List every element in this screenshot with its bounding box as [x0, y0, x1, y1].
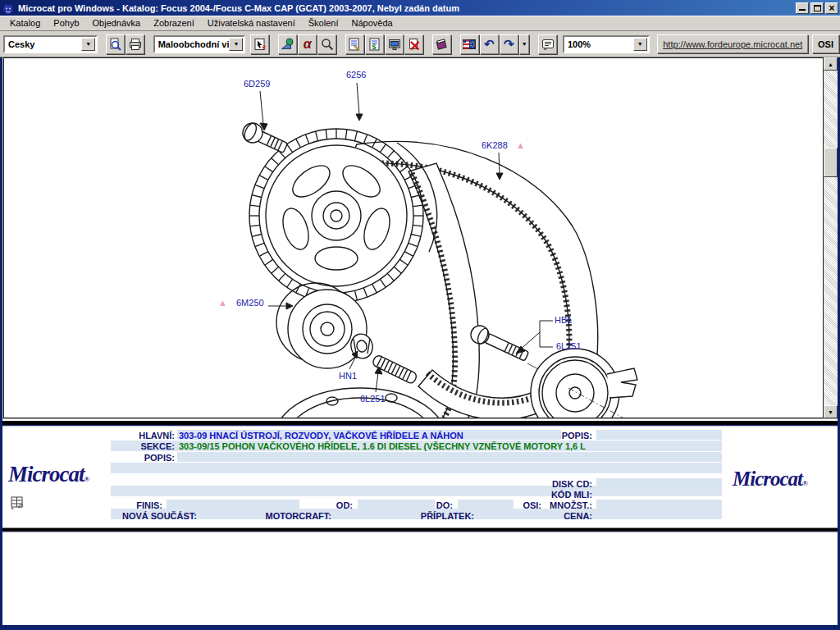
title-bar: Microcat pro Windows - Katalog: Focus 20… [0, 0, 840, 16]
region-flags-button[interactable] [460, 34, 479, 54]
close-icon: × [829, 3, 834, 13]
zoom-combobox[interactable]: 100% ▼ [563, 35, 650, 53]
part-label-6k288[interactable]: 6K288 [482, 140, 508, 150]
undo-icon: ↶ [484, 38, 495, 50]
menu-uzivatelska-nastaveni[interactable]: Uživatelská nastavení [201, 16, 302, 30]
mnozst-field [596, 500, 722, 509]
motorcraft-label: MOTORCRAFT: [246, 511, 331, 521]
part-label-hn1[interactable]: HN1 [339, 371, 357, 381]
app-cat-icon[interactable] [2, 2, 15, 15]
parts-image-button[interactable] [278, 34, 297, 54]
popis-a-label: POPIS: [525, 431, 592, 441]
svg-text:$: $ [372, 42, 376, 50]
part-label-6256[interactable]: 6256 [346, 70, 366, 80]
print-preview-button[interactable] [106, 34, 125, 54]
menu-bar: Katalog Pohyb Objednávka Zobrazení Uživa… [0, 16, 840, 31]
toolbar: Cesky ▼ Maloobchodní vi ▼ [0, 31, 840, 57]
price-view-combobox[interactable]: Maloobchodní vi ▼ [153, 35, 246, 53]
language-value: Cesky [5, 39, 81, 49]
print-button[interactable] [126, 34, 144, 54]
finis-label: FINIS: [90, 500, 162, 510]
sekce-value: 303-09/15 POHON VAČKOVÉHO HŘÍDELE, 1.6 D… [179, 441, 586, 451]
arrow-up-icon: ▲ [828, 62, 833, 67]
disk-cd-field [596, 478, 722, 488]
chevron-down-icon[interactable]: ▼ [633, 38, 647, 51]
hlavni-label: HLAVNÍ: [98, 431, 175, 441]
kod-mli-label: KÓD MLI: [525, 490, 592, 500]
priplatek-label: PŘÍPLATEK: [402, 511, 474, 521]
chevron-down-icon[interactable]: ▼ [81, 38, 95, 51]
parts-image-icon [281, 38, 294, 51]
undo-button[interactable]: ↶ [480, 34, 499, 54]
chevron-down-icon[interactable]: ▼ [229, 38, 243, 51]
hotspot-pointer-button[interactable] [250, 34, 269, 54]
menu-zobrazeni[interactable]: Zobrazení [147, 16, 201, 30]
tensioner-pulley [531, 349, 637, 418]
price-document-icon: $ [368, 38, 381, 51]
search-button[interactable] [317, 34, 336, 54]
notes-button[interactable] [8, 495, 26, 514]
alpha-index-button[interactable]: α [298, 34, 317, 54]
menu-katalog[interactable]: Katalog [3, 16, 47, 30]
redo-button[interactable]: ↷ [500, 34, 518, 54]
od-label: OD: [287, 500, 353, 510]
price-document-button[interactable]: $ [365, 34, 384, 54]
menu-pohyb[interactable]: Pohyb [47, 16, 85, 30]
stripe-row [111, 463, 722, 473]
brand-registered-mark: ® [84, 475, 90, 483]
menu-skoleni[interactable]: Školení [302, 16, 345, 30]
part-label-6m250[interactable]: 6M250 [236, 298, 264, 308]
book-button[interactable] [432, 34, 451, 54]
change-marker-triangle: ▲ [516, 141, 525, 150]
part-label-6l251-b[interactable]: 6L251 [556, 341, 582, 351]
timing-belt-diagram [4, 58, 823, 418]
part-label-6d259[interactable]: 6D259 [244, 79, 270, 89]
hlavni-value: 303-09 HNACÍ ÚSTROJÍ, ROZVODY, VAČKOVÉ H… [179, 431, 463, 441]
maximize-button[interactable] [810, 2, 824, 14]
window-frame-left [0, 57, 2, 630]
vertical-scrollbar[interactable]: ▲ ▼ [824, 57, 838, 418]
scrollbar-thumb[interactable] [824, 148, 838, 177]
url-button[interactable]: http://www.fordeurope.microcat.net [657, 34, 808, 53]
scroll-down-button[interactable]: ▼ [824, 405, 838, 418]
arrow-down-icon: ▼ [828, 409, 833, 415]
notes-icon [8, 495, 26, 511]
order-list-button[interactable] [345, 34, 364, 54]
parts-diagram-canvas: 6D259 6256 6K288 ▲ ▲ 6M250 HN1 6L251 HB1… [3, 57, 824, 418]
language-combobox[interactable]: Cesky ▼ [3, 35, 98, 53]
url-link: http://www.fordeurope.microcat.net [663, 39, 802, 49]
brand-text: Microcat [733, 468, 802, 490]
scroll-up-button[interactable]: ▲ [824, 57, 838, 71]
maximize-icon [814, 5, 821, 11]
screen-view-icon [388, 38, 401, 51]
menu-objednavka[interactable]: Objednávka [86, 16, 148, 30]
close-button[interactable]: × [825, 2, 838, 14]
info-panel: HLAVNÍ: 303-09 HNACÍ ÚSTROJÍ, ROZVODY, V… [0, 429, 840, 527]
screen-view-button[interactable] [385, 34, 404, 54]
cena-label: CENA: [525, 511, 592, 521]
change-marker-triangle: ▲ [218, 299, 227, 308]
brand-registered-mark: ® [802, 479, 808, 487]
order-list-icon [348, 38, 361, 51]
microcat-logo-left: Microcat® [8, 462, 89, 487]
separator-band [0, 418, 840, 429]
menu-napoveda[interactable]: Nápověda [345, 16, 399, 30]
finis-field [167, 500, 299, 509]
comment-button[interactable] [538, 34, 557, 54]
minimize-icon [799, 8, 806, 11]
part-label-6l251-a[interactable]: 6L251 [360, 394, 386, 404]
part-label-hb1[interactable]: HB1 [555, 315, 572, 325]
delete-document-button[interactable] [404, 34, 423, 54]
minimize-button[interactable] [796, 2, 809, 14]
osi-label: OSI [818, 39, 833, 49]
zoom-value: 100% [564, 39, 633, 49]
microcat-logo-right: Microcat® [733, 468, 808, 491]
redo-dropdown-button[interactable]: ▼ [519, 34, 530, 54]
print-preview-icon [108, 38, 121, 51]
nova-soucast-label: NOVÁ SOUČÁST: [107, 511, 197, 521]
osi-button[interactable]: OSI [812, 34, 839, 53]
sekce-label: SEKCE: [98, 441, 175, 451]
region-flags-icon [463, 38, 476, 51]
brand-text: Microcat [8, 462, 84, 486]
disk-cd-label: DISK CD: [525, 479, 592, 489]
